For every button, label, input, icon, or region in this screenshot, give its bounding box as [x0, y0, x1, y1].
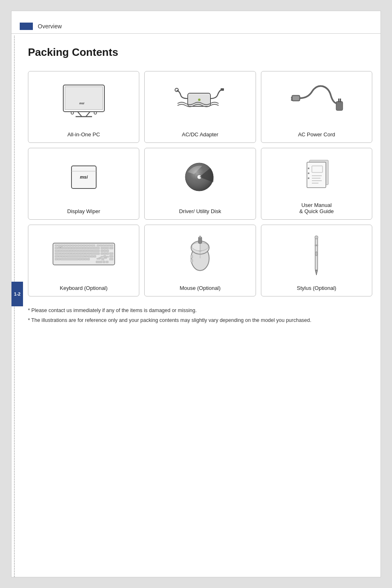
item-card-ac-dc-adapter: AC/DC Adapter [144, 71, 256, 143]
svg-rect-87 [78, 250, 81, 252]
svg-rect-84 [70, 250, 72, 252]
svg-rect-11 [221, 88, 224, 91]
svg-rect-62 [60, 247, 63, 249]
svg-rect-140 [106, 261, 108, 263]
svg-rect-51 [85, 245, 88, 246]
main-content: Packing Contents msi [28, 34, 372, 324]
aio-pc-image: msi [33, 78, 134, 125]
sidebar-page-number: 1-2 [12, 282, 23, 306]
svg-point-10 [175, 88, 178, 92]
svg-rect-18 [291, 97, 293, 99]
svg-rect-137 [109, 258, 113, 260]
svg-rect-115 [61, 255, 64, 257]
user-manual-image [266, 155, 367, 195]
svg-rect-94 [104, 250, 106, 252]
item-card-user-manual: User Manual & Quick Guide [261, 148, 372, 220]
svg-point-31 [308, 172, 309, 174]
svg-rect-70 [83, 247, 85, 249]
item-card-mouse: Mouse (Optional) [144, 225, 256, 296]
svg-point-30 [308, 168, 309, 169]
svg-rect-148 [191, 255, 193, 258]
item-label-keyboard: Keyboard (Optional) [60, 285, 107, 291]
item-label-user-manual: User Manual & Quick Guide [299, 202, 334, 214]
svg-rect-120 [91, 255, 93, 257]
svg-rect-41 [58, 245, 60, 246]
svg-rect-59 [111, 245, 113, 246]
svg-rect-102 [74, 253, 76, 255]
svg-rect-58 [108, 245, 110, 246]
svg-rect-129 [79, 258, 81, 260]
svg-rect-54 [97, 245, 99, 246]
svg-rect-128 [60, 258, 78, 260]
svg-rect-126 [55, 258, 57, 260]
item-card-driver-disk: Driver/ Utility Disk [144, 148, 256, 220]
svg-rect-125 [109, 255, 113, 257]
svg-rect-53 [91, 245, 95, 246]
svg-text:msi: msi [80, 175, 88, 179]
mouse-image [150, 232, 250, 278]
svg-rect-83 [67, 250, 69, 252]
svg-rect-116 [64, 255, 67, 257]
svg-rect-100 [68, 253, 71, 255]
svg-rect-147 [199, 236, 201, 238]
top-bar: Overview [12, 19, 380, 34]
svg-rect-64 [66, 247, 69, 249]
svg-point-151 [315, 236, 318, 239]
sidebar-dotted-line [12, 36, 15, 577]
svg-rect-50 [83, 245, 85, 246]
svg-rect-104 [79, 253, 82, 255]
overview-icon [20, 23, 33, 30]
stylus-image [266, 232, 367, 278]
svg-rect-113 [55, 255, 58, 257]
svg-rect-101 [71, 253, 74, 255]
svg-rect-109 [101, 253, 103, 255]
svg-rect-149 [191, 259, 193, 262]
note-1: * Please contact us immediately if any o… [28, 306, 372, 315]
svg-rect-71 [85, 247, 88, 249]
svg-rect-153 [315, 245, 318, 246]
svg-rect-134 [101, 258, 104, 260]
svg-rect-82 [65, 250, 67, 252]
svg-rect-93 [101, 250, 103, 252]
svg-rect-85 [73, 250, 75, 252]
svg-rect-98 [63, 253, 65, 255]
svg-rect-99 [66, 253, 68, 255]
svg-rect-96 [55, 253, 60, 255]
svg-rect-92 [92, 250, 99, 252]
svg-rect-86 [76, 250, 78, 252]
item-card-keyboard: msi [28, 225, 139, 296]
svg-rect-52 [88, 245, 91, 246]
display-wiper-image: msi [33, 155, 134, 202]
svg-rect-61 [58, 247, 60, 249]
svg-rect-68 [77, 247, 80, 249]
svg-rect-40 [55, 245, 57, 246]
svg-rect-95 [106, 250, 108, 252]
svg-rect-45 [69, 245, 71, 246]
svg-rect-123 [104, 255, 106, 257]
svg-rect-139 [103, 261, 105, 263]
svg-rect-74 [94, 247, 99, 249]
svg-line-2 [78, 112, 82, 117]
svg-rect-122 [101, 256, 103, 257]
svg-rect-135 [104, 257, 107, 259]
svg-rect-16 [338, 99, 339, 102]
svg-rect-1 [65, 87, 103, 110]
ac-dc-adapter-image [150, 78, 250, 125]
svg-rect-127 [58, 258, 60, 260]
item-card-aio-pc: msi All-in-One PC [28, 71, 139, 143]
svg-rect-72 [88, 247, 91, 249]
svg-rect-136 [97, 258, 100, 260]
svg-point-152 [315, 252, 318, 256]
svg-rect-112 [109, 253, 113, 255]
svg-rect-107 [88, 253, 90, 255]
svg-rect-46 [71, 245, 74, 246]
ac-power-cord-image [266, 78, 367, 125]
svg-rect-73 [91, 247, 94, 249]
svg-rect-17 [340, 99, 341, 102]
item-label-stylus: Stylus (Optional) [297, 285, 336, 291]
notes-section: * Please contact us immediately if any o… [28, 306, 372, 324]
svg-rect-48 [77, 245, 80, 246]
svg-rect-81 [62, 250, 64, 252]
svg-rect-44 [66, 245, 69, 246]
svg-rect-111 [106, 253, 108, 255]
